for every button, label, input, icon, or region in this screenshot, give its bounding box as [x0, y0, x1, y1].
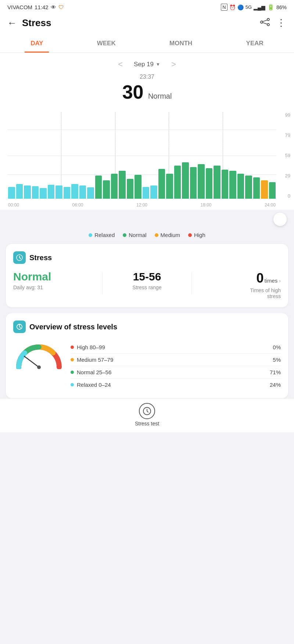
legend-dot [155, 233, 158, 237]
stat-status: Normal Daily avg: 31 [13, 270, 102, 290]
reading-row: 30 Normal [7, 81, 287, 103]
share-icon[interactable] [260, 18, 270, 28]
legend-item: Relaxed [89, 232, 115, 238]
status-left: VIVACOM 11:42 👁 🛡 [7, 4, 64, 10]
high-stress-label: Times of highstress [192, 287, 281, 299]
chart-bar [245, 176, 252, 199]
scroll-indicator [0, 210, 294, 227]
battery-pct: 86% [276, 4, 287, 10]
chart-bar [111, 174, 118, 199]
scroll-dot [273, 213, 287, 226]
overview-content: High 80–99 0% Medium 57–79 5% Normal 25–… [13, 340, 281, 398]
chart-bar [127, 179, 134, 199]
chart-bar [143, 187, 150, 199]
reading-label: Normal [148, 92, 172, 100]
status-bar: VIVACOM 11:42 👁 🛡 N ⏰ 🔵 5G ▂▄▆ 🔋 86% [0, 0, 294, 13]
overview-title: Overview of stress levels [29, 323, 117, 331]
chart-wrapper: 00:0006:0012:0018:0024:00 997959290 [7, 110, 290, 210]
high-stress-unit: times [264, 277, 277, 284]
current-date[interactable]: Sep 19 ▼ [134, 61, 160, 68]
tab-month[interactable]: MONTH [164, 35, 198, 53]
tab-day[interactable]: DAY [25, 35, 49, 53]
high-stress-count: 0 [256, 270, 263, 286]
battery-icon: 🔋 [267, 4, 275, 11]
signal-icon: 5G [245, 4, 252, 10]
svg-line-7 [24, 356, 39, 367]
stress-test-button[interactable] [139, 403, 155, 419]
chart-bar [48, 185, 55, 199]
overview-row: Relaxed 0–24 24% [71, 379, 281, 391]
legend-dot [89, 233, 92, 237]
header-right: ⋮ [260, 17, 287, 29]
stress-card-header: Stress [13, 251, 281, 264]
chart-y-axis: 997959290 [276, 110, 290, 210]
stress-range-value: 15-56 [103, 270, 191, 283]
clock: 11:42 [35, 4, 49, 10]
chart-bar [182, 162, 189, 199]
high-stress-arrow: › [279, 278, 281, 284]
stress-gauge [13, 340, 65, 369]
legend-item: Medium [155, 232, 180, 238]
chart-bar [150, 185, 157, 199]
svg-point-1 [267, 18, 269, 21]
chart-area: 00:0006:0012:0018:0024:00 [7, 110, 276, 210]
chart-bar [166, 174, 173, 199]
stress-stats: Normal Daily avg: 31 15-56 Stress range … [13, 270, 281, 299]
stress-card-title: Stress [29, 254, 52, 262]
chart-bar [206, 168, 213, 199]
chart-bar [87, 187, 94, 199]
stress-card: Stress Normal Daily avg: 31 15-56 Stress… [6, 244, 288, 307]
chart-bar [222, 170, 229, 199]
overview-dot [71, 371, 74, 374]
prev-date-button[interactable]: < [118, 60, 123, 69]
chart-bar [229, 171, 236, 199]
chart-bar [55, 185, 62, 199]
reading-time: 23:37 [7, 74, 287, 80]
chart-bar [103, 180, 110, 199]
chart-x-labels: 00:0006:0012:0018:0024:00 [7, 202, 276, 208]
legend-item: Normal [123, 232, 146, 238]
stress-chart: 00:0006:0012:0018:0024:00 997959290 [0, 107, 294, 210]
back-button[interactable]: ← [7, 17, 17, 29]
next-date-button[interactable]: > [171, 60, 176, 69]
header: ← Stress ⋮ [0, 13, 294, 35]
chart-bar [95, 176, 102, 199]
chart-bar [261, 180, 268, 199]
chart-bar [135, 175, 141, 199]
tab-week[interactable]: WEEK [91, 35, 122, 53]
more-options-icon[interactable]: ⋮ [276, 17, 287, 29]
stress-card-icon [13, 251, 26, 264]
date-dropdown-icon: ▼ [156, 62, 160, 67]
overview-row: High 80–99 0% [71, 341, 281, 354]
overview-row: Medium 57–79 5% [71, 354, 281, 366]
bottom-nav: Stress test [0, 398, 294, 432]
chart-bar [237, 174, 244, 199]
eye-icon: 👁 [51, 4, 56, 10]
stress-range-label: Stress range [103, 284, 191, 290]
overview-dot [71, 383, 74, 386]
stat-high-stress[interactable]: 0 times › Times of highstress [192, 270, 281, 299]
overview-dot [71, 346, 74, 349]
date-navigation: < Sep 19 ▼ > [0, 53, 294, 71]
bluetooth-icon: 🔵 [237, 4, 244, 10]
tab-year[interactable]: YEAR [240, 35, 269, 53]
svg-line-3 [263, 20, 267, 21]
tab-bar: DAY WEEK MONTH YEAR [0, 35, 294, 53]
stress-status: Normal [13, 270, 102, 283]
chart-bar [253, 177, 260, 199]
svg-line-4 [263, 22, 267, 24]
svg-point-2 [267, 24, 269, 26]
chart-bar [269, 182, 276, 199]
network-bars-icon: ▂▄▆ [254, 4, 265, 10]
legend-dot [188, 233, 192, 237]
chart-bar [174, 166, 181, 199]
status-right: N ⏰ 🔵 5G ▂▄▆ 🔋 86% [221, 4, 287, 11]
nfc-icon: N [221, 4, 227, 11]
chart-bars-container [7, 112, 276, 199]
stress-test-label: Stress test [135, 421, 159, 427]
chart-bar [190, 167, 197, 199]
daily-avg: Daily avg: 31 [13, 284, 102, 290]
page-title: Stress [22, 17, 51, 29]
overview-row: Normal 25–56 71% [71, 366, 281, 379]
chart-bar [8, 187, 15, 199]
